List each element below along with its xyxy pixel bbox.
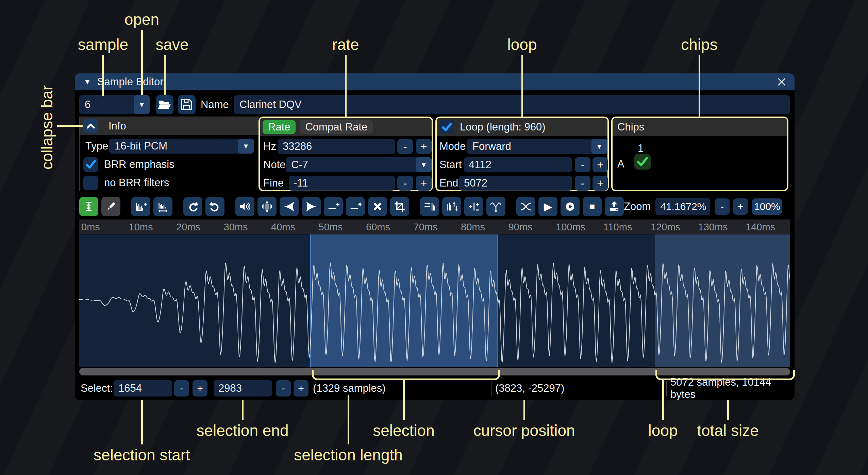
redo-button[interactable] — [205, 197, 224, 216]
fade-out-icon — [305, 200, 318, 213]
loop-start-plus-button[interactable]: + — [592, 157, 608, 172]
window-titlebar[interactable]: ▼ Sample Editor — [75, 73, 795, 90]
amplify-button[interactable] — [235, 197, 254, 216]
fade-out-button[interactable] — [302, 197, 321, 216]
trim-button[interactable] — [390, 197, 409, 216]
play-button[interactable]: ▶ — [538, 197, 557, 216]
collapse-bar-button[interactable] — [83, 119, 98, 133]
selection-length-text: (1329 samples) — [313, 380, 386, 397]
delete-button[interactable] — [368, 197, 387, 216]
ruler-tick: 10ms — [129, 222, 153, 233]
brr-emphasis-checkbox[interactable] — [83, 157, 98, 172]
zoom-plus-button[interactable]: + — [733, 198, 748, 215]
preview-button[interactable] — [561, 197, 580, 216]
fine-minus-button[interactable]: - — [397, 176, 413, 191]
loop-mode-select[interactable]: Forward ▼ — [467, 139, 607, 154]
loop-start-minus-button[interactable]: - — [575, 157, 590, 172]
silence-star-icon — [349, 200, 362, 213]
silence-plus-icon — [327, 200, 340, 213]
fine-input[interactable]: -11 — [289, 176, 395, 191]
note-select[interactable]: C-7 ▼ — [286, 157, 432, 172]
callout-line — [141, 30, 143, 95]
selection-bracket — [312, 370, 500, 380]
save-button[interactable] — [178, 95, 196, 114]
loop-end-input[interactable]: 5072 — [459, 176, 572, 191]
resample-button[interactable] — [153, 197, 172, 216]
chip-enable-checkbox[interactable] — [634, 154, 651, 170]
loop-header-label: Loop (length: 960) — [460, 121, 546, 133]
annotation-selection: selection — [373, 421, 435, 440]
pencil-icon — [104, 200, 117, 213]
selection-start-input[interactable]: 1654 — [114, 380, 172, 397]
fine-plus-button[interactable]: + — [416, 176, 432, 191]
resize-button[interactable] — [131, 197, 150, 216]
chevron-down-icon[interactable]: ▼ — [238, 139, 254, 154]
chevron-down-icon[interactable]: ▼ — [134, 95, 150, 114]
crossfade-button[interactable] — [516, 197, 535, 216]
selection-end-plus-button[interactable]: + — [294, 380, 308, 397]
save-icon — [180, 98, 194, 112]
loop-start-input[interactable]: 4112 — [464, 157, 572, 172]
loop-bracket — [655, 370, 795, 380]
chips-panel: Chips 1 A — [611, 117, 788, 191]
undo-button[interactable] — [183, 197, 202, 216]
fade-in-button[interactable] — [280, 197, 299, 216]
upload-icon — [607, 200, 621, 213]
tab-compat-rate[interactable]: Compat Rate — [300, 120, 373, 134]
selection-start-plus-button[interactable]: + — [193, 380, 207, 397]
hz-minus-button[interactable]: - — [397, 139, 413, 154]
type-label: Type — [85, 140, 108, 152]
normalize-button[interactable] — [257, 197, 277, 216]
tab-rate[interactable]: Rate — [263, 120, 296, 134]
apply-silence-button[interactable] — [346, 197, 365, 216]
sample-select[interactable]: 6 ▼ — [79, 95, 150, 114]
loop-end-minus-button[interactable]: - — [575, 176, 590, 191]
annotation-sample: sample — [78, 35, 128, 54]
chevron-down-icon[interactable]: ▼ — [591, 139, 607, 154]
loop-enable-checkbox[interactable] — [439, 120, 454, 134]
insert-silence-button[interactable] — [324, 197, 343, 216]
invert-button[interactable] — [442, 197, 461, 216]
hz-input[interactable]: 33286 — [278, 139, 395, 154]
ruler-tick: 140ms — [746, 222, 775, 233]
ruler-tick: 130ms — [698, 222, 728, 233]
screenshot-root: ▼ Sample Editor 6 ▼ N — [0, 0, 868, 475]
filter-button[interactable] — [486, 197, 505, 216]
name-input[interactable]: Clarinet DQV — [234, 95, 790, 114]
zoom-input[interactable]: 41.1672% — [655, 198, 710, 215]
annotation-rate: rate — [332, 35, 359, 54]
reverse-button[interactable] — [420, 197, 439, 216]
zoom-minus-button[interactable]: - — [715, 198, 730, 215]
close-button[interactable] — [774, 75, 789, 89]
draw-tool-button[interactable] — [101, 197, 120, 216]
chevron-down-icon[interactable]: ▼ — [416, 157, 432, 172]
select-tool-button[interactable] — [79, 197, 98, 216]
signedness-button[interactable] — [464, 197, 483, 216]
info-panel-header: Info — [80, 117, 259, 135]
selection-start-minus-button[interactable]: - — [174, 380, 189, 397]
window-collapse-icon[interactable]: ▼ — [84, 77, 91, 86]
sample-type-select[interactable]: 16-bit PCM ▼ — [109, 139, 254, 154]
zoom-reset-button[interactable]: 100% — [752, 198, 782, 215]
hz-plus-button[interactable]: + — [416, 139, 432, 154]
export-button[interactable] — [605, 197, 624, 216]
sample-toolbar: ▶ ■ Zoom 41.1672% - + 100% — [79, 197, 790, 216]
chevron-up-icon — [84, 120, 98, 133]
note-label: Note — [263, 159, 285, 171]
waveform-canvas[interactable] — [79, 234, 790, 367]
ibeam-cursor-icon — [82, 200, 96, 213]
selection-end-minus-button[interactable]: - — [276, 380, 291, 397]
selection-end-input[interactable]: 2983 — [214, 380, 272, 397]
annotation-loop: loop — [507, 35, 537, 54]
callout-line — [164, 55, 166, 95]
loop-start-label: Start — [439, 159, 462, 171]
no-brr-filters-checkbox[interactable] — [83, 176, 98, 190]
loop-end-plus-button[interactable]: + — [592, 176, 608, 191]
stop-button[interactable]: ■ — [583, 197, 602, 216]
reverse-icon — [423, 200, 436, 213]
open-button[interactable] — [156, 95, 173, 114]
crop-icon — [393, 200, 406, 213]
time-ruler[interactable]: 0ms10ms20ms30ms40ms50ms60ms70ms80ms90ms1… — [79, 219, 790, 234]
wave-stretch-icon — [156, 200, 170, 213]
annotation-open: open — [124, 10, 159, 29]
